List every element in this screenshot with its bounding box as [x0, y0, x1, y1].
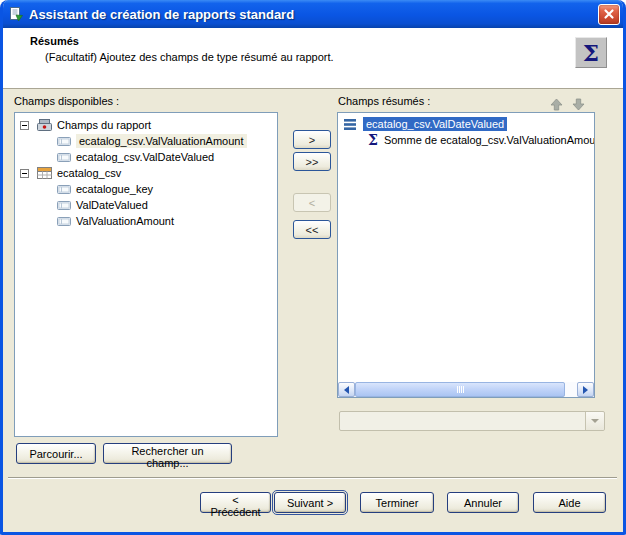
- field-icon: [57, 185, 71, 194]
- add-all-fields-button[interactable]: >>: [293, 152, 331, 171]
- tree-item-label: ecatalogue_key: [76, 183, 153, 195]
- summary-group-item[interactable]: ecatalog_csv.ValDateValued: [338, 116, 594, 132]
- field-icon: [57, 153, 71, 162]
- horizontal-scrollbar[interactable]: [338, 382, 594, 397]
- summary-item-label: ecatalog_csv.ValDateValued: [363, 117, 507, 131]
- help-button[interactable]: Aide: [533, 492, 606, 513]
- scrollbar-thumb[interactable]: [355, 382, 565, 397]
- summary-step-icon: Σ: [575, 37, 607, 68]
- close-icon[interactable]: [598, 4, 620, 25]
- tree-item-label: ecatalog_csv: [57, 167, 121, 179]
- available-fields-tree[interactable]: Champs du rapport ecatalog_csv.ValValuat…: [14, 112, 278, 437]
- next-button[interactable]: Suivant >: [274, 492, 346, 513]
- find-field-button[interactable]: Rechercher un champ...: [103, 443, 232, 464]
- tree-item-field[interactable]: ecatalog_csv.ValValuationAmount: [15, 133, 277, 149]
- wizard-step-header: Résumés (Facultatif) Ajoutez des champs …: [3, 28, 623, 89]
- summarized-fields-list[interactable]: ecatalog_csv.ValDateValued Σ Somme de ec…: [337, 112, 595, 398]
- tree-item-field[interactable]: ValDateValued: [15, 197, 277, 213]
- chevron-down-icon[interactable]: [585, 412, 604, 430]
- tree-item-label: ecatalog_csv.ValDateValued: [76, 151, 214, 163]
- remove-all-fields-button[interactable]: <<: [293, 220, 331, 239]
- sigma-glyph: Σ: [583, 41, 599, 64]
- remove-field-button[interactable]: <: [293, 193, 331, 212]
- move-up-icon[interactable]: [548, 97, 564, 111]
- scrollbar-track[interactable]: [565, 382, 577, 397]
- cancel-button[interactable]: Annuler: [447, 492, 519, 513]
- tree-item-label: Champs du rapport: [57, 119, 151, 131]
- tree-item-field[interactable]: ValValuationAmount: [15, 213, 277, 229]
- tree-item-label: ValDateValued: [76, 199, 148, 211]
- tree-item-report-fields[interactable]: Champs du rapport: [15, 117, 277, 133]
- add-field-button[interactable]: >: [293, 130, 331, 149]
- scroll-left-icon[interactable]: [338, 382, 355, 397]
- titlebar[interactable]: Assistant de création de rapports standa…: [0, 0, 626, 28]
- footer-separator: [8, 477, 617, 479]
- field-icon: [57, 137, 71, 146]
- step-subtitle: (Facultatif) Ajoutez des champs de type …: [45, 51, 334, 63]
- tree-item-field[interactable]: ecatalogue_key: [15, 181, 277, 197]
- summarized-fields-label: Champs résumés :: [338, 95, 430, 107]
- move-down-icon[interactable]: [570, 97, 586, 111]
- sigma-icon: Σ: [368, 133, 378, 147]
- previous-button[interactable]: < Précédent: [200, 492, 271, 513]
- field-icon: [57, 201, 71, 210]
- tree-item-label: ecatalog_csv.ValValuationAmount: [76, 134, 247, 148]
- collapse-icon[interactable]: [20, 169, 29, 178]
- table-icon: [37, 167, 52, 179]
- summary-item-label: Somme de ecatalog_csv.ValValuationAmount: [384, 134, 594, 146]
- tree-item-field[interactable]: ecatalog_csv.ValDateValued: [15, 149, 277, 165]
- tree-item-label: ValValuationAmount: [76, 215, 174, 227]
- report-fields-icon: [37, 119, 52, 132]
- tree-item-table[interactable]: ecatalog_csv: [15, 165, 277, 181]
- scroll-right-icon[interactable]: [577, 382, 594, 397]
- step-title: Résumés: [30, 35, 79, 47]
- group-icon: [344, 119, 356, 130]
- collapse-icon[interactable]: [20, 121, 29, 130]
- finish-button[interactable]: Terminer: [360, 492, 434, 513]
- report-wizard-icon: [8, 6, 24, 22]
- wizard-dialog: Assistant de création de rapports standa…: [0, 0, 626, 535]
- window-title: Assistant de création de rapports standa…: [29, 7, 598, 22]
- summary-sum-item[interactable]: Σ Somme de ecatalog_csv.ValValuationAmou…: [338, 132, 594, 148]
- summary-type-dropdown[interactable]: [339, 411, 605, 431]
- available-fields-label: Champs disponibles :: [14, 95, 119, 107]
- browse-button[interactable]: Parcourir...: [16, 443, 96, 464]
- field-icon: [57, 217, 71, 226]
- dialog-body: Résumés (Facultatif) Ajoutez des champs …: [3, 28, 623, 532]
